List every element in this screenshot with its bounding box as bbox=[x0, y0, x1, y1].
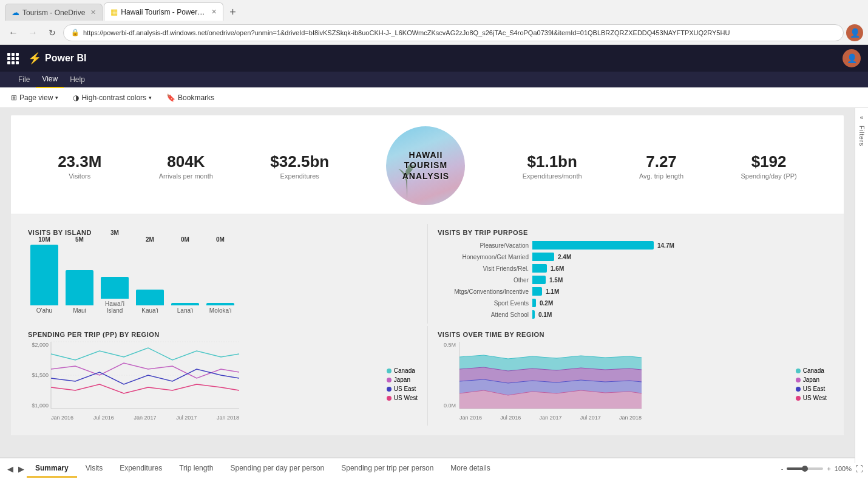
kpi-arrivals-value: 804K bbox=[159, 152, 213, 171]
page-view-label: Page view bbox=[19, 93, 53, 102]
hbar-other-fill bbox=[532, 276, 546, 284]
visits-purpose-title: VISITS BY TRIP PURPOSE bbox=[438, 229, 827, 236]
bar-lanai-label-top: 0M bbox=[181, 236, 189, 243]
visits-by-island-panel: VISITS BY ISLAND 10M O'ahu 5M Maui bbox=[23, 224, 427, 324]
ribbon: ⊞ Page view ▾ ◑ High-contrast colors ▾ 🔖… bbox=[0, 87, 868, 108]
page-view-btn[interactable]: ⊞ Page view ▾ bbox=[7, 91, 62, 104]
dashboard-card: 23.3M Visitors 804K Arrivals per month $… bbox=[11, 115, 844, 435]
menu-view[interactable]: View bbox=[36, 71, 64, 88]
bar-kauai-fill bbox=[136, 290, 164, 305]
chevron-left-icon: « bbox=[860, 114, 864, 121]
powerbi-app-name: Power BI bbox=[45, 53, 86, 64]
hbar-pleasure: Pleasure/Vacation 14.7M bbox=[438, 241, 827, 250]
profile-button[interactable]: 👤 bbox=[846, 24, 863, 41]
visits-island-chart: 10M O'ahu 5M Maui 3M Hawai'iIslan bbox=[28, 241, 418, 314]
powerbi-logo-icon: ⚡ bbox=[28, 52, 41, 65]
logo-text: HAWAII TOURISM ANALYSIS bbox=[402, 150, 450, 182]
menu-file[interactable]: File bbox=[12, 72, 36, 87]
bar-molokai-fill bbox=[206, 303, 234, 305]
bookmarks-btn[interactable]: 🔖 Bookmarks bbox=[163, 91, 218, 104]
hbar-school-value: 0.1M bbox=[538, 311, 552, 318]
kpi-spending-day-value: $192 bbox=[741, 152, 796, 171]
contrast-btn[interactable]: ◑ High-contrast colors ▾ bbox=[69, 91, 155, 104]
spending-trip-chart: $2,000 $1,500 $1,000 bbox=[28, 342, 382, 421]
tab-spending-day[interactable]: Spending per day per person bbox=[222, 460, 333, 464]
charts-area: VISITS BY ISLAND 10M O'ahu 5M Maui bbox=[11, 214, 844, 435]
hbar-pleasure-label: Pleasure/Vacation bbox=[438, 242, 529, 249]
legend-canada: Canada bbox=[387, 367, 418, 374]
hbar-mtgs-label: Mtgs/Conventions/Incentive bbox=[438, 288, 529, 295]
filters-label: Filters bbox=[858, 126, 865, 146]
hbar-sports-value: 0.2M bbox=[540, 300, 553, 307]
forward-button[interactable]: → bbox=[24, 24, 41, 41]
h-bar-chart: Pleasure/Vacation 14.7M Honeymoon/Get Ma… bbox=[438, 241, 827, 319]
kpi-exp-month-label: Expenditures/month bbox=[523, 172, 582, 180]
content-area: 23.3M Visitors 804K Arrivals per month $… bbox=[0, 108, 855, 463]
contrast-icon: ◑ bbox=[73, 93, 79, 102]
spending-trip-panel: SPENDING PER TRIP (PP) BY REGION $2,000 … bbox=[23, 326, 427, 426]
new-tab-button[interactable]: + bbox=[225, 4, 241, 21]
bar-oahu: 10M O'ahu bbox=[30, 236, 58, 314]
hbar-sports-label: Sport Events bbox=[438, 300, 529, 307]
bar-hawaii: 3M Hawai'iIsland bbox=[101, 229, 129, 314]
kpi-exp-value: $32.5bn bbox=[270, 152, 329, 171]
contrast-chevron: ▾ bbox=[149, 95, 152, 101]
bar-hawaii-fill bbox=[101, 277, 129, 299]
hbar-honeymoon-value: 2.4M bbox=[558, 254, 571, 260]
bar-maui-label-top: 5M bbox=[75, 236, 84, 243]
bar-lanai: 0M Lana'i bbox=[171, 236, 199, 314]
page-view-icon: ⊞ bbox=[11, 93, 17, 102]
hbar-school: Attend School 0.1M bbox=[438, 310, 827, 319]
kpi-exp-label: Expenditures bbox=[270, 172, 329, 180]
bottom-tabs-bar: ◀ ▶ Summary Visits Expenditures Trip len… bbox=[0, 457, 868, 463]
user-avatar[interactable]: 👤 bbox=[843, 49, 861, 67]
kpi-visitors-value: 23.3M bbox=[58, 152, 101, 171]
bar-hawaii-label: Hawai'iIsland bbox=[105, 301, 124, 314]
hawaii-logo: HAWAII TOURISM ANALYSIS bbox=[386, 126, 465, 205]
menu-help[interactable]: Help bbox=[64, 72, 91, 87]
powerbi-app-bar: ⚡ Power BI 👤 bbox=[0, 45, 868, 72]
hbar-sports: Sport Events 0.2M bbox=[438, 299, 827, 307]
address-bar[interactable]: 🔒 https://powerbi-df.analysis-df.windows… bbox=[63, 24, 844, 41]
hbar-friends-fill bbox=[532, 264, 547, 273]
contrast-label: High-contrast colors bbox=[81, 93, 146, 102]
kpi-exp-month-value: $1.1bn bbox=[523, 152, 582, 171]
page-view-chevron: ▾ bbox=[55, 95, 58, 101]
filters-sidebar[interactable]: « Filters bbox=[855, 108, 868, 463]
tab2-label: Hawaii Tourism - Power BI bbox=[121, 8, 206, 16]
legend-us-east: US East bbox=[387, 386, 418, 392]
bar-hawaii-label-top: 3M bbox=[110, 229, 119, 236]
hbar-school-fill bbox=[532, 310, 535, 319]
bar-molokai-label-top: 0M bbox=[216, 236, 225, 243]
hbar-mtgs-fill bbox=[532, 287, 542, 296]
tab-summary[interactable]: Summary bbox=[27, 460, 77, 464]
tab-more-details[interactable]: More details bbox=[442, 460, 498, 464]
tab-tourism-onedrive[interactable]: ☁ Tourism - OneDrive ✕ bbox=[5, 4, 103, 21]
refresh-button[interactable]: ↻ bbox=[44, 24, 61, 41]
browser-chrome: ☁ Tourism - OneDrive ✕ ▦ Hawaii Tourism … bbox=[0, 0, 868, 45]
apps-grid-icon[interactable] bbox=[7, 53, 18, 64]
onedrive-icon: ☁ bbox=[12, 8, 19, 17]
back-button[interactable]: ← bbox=[5, 24, 22, 41]
hbar-honeymoon-fill bbox=[532, 253, 554, 261]
tab-trip-length[interactable]: Trip length bbox=[171, 460, 222, 464]
tab-hawaii-powerbi[interactable]: ▦ Hawaii Tourism - Power BI ✕ bbox=[104, 2, 223, 21]
tab-spending-trip[interactable]: Spending per trip per person bbox=[333, 460, 442, 464]
kpi-visitors: 23.3M Visitors bbox=[58, 152, 101, 180]
hbar-honeymoon-label: Honeymoon/Get Married bbox=[438, 254, 529, 260]
bookmark-icon: 🔖 bbox=[166, 93, 175, 102]
tab-expenditures[interactable]: Expenditures bbox=[111, 460, 171, 464]
bar-maui-fill bbox=[66, 270, 93, 305]
vot-legend-us-west: US West bbox=[796, 395, 827, 401]
bar-maui: 5M Maui bbox=[66, 236, 93, 314]
kpi-trip-length-label: Avg. trip length bbox=[639, 172, 683, 180]
bar-lanai-label: Lana'i bbox=[177, 307, 193, 314]
hbar-pleasure-value: 14.7M bbox=[657, 242, 674, 249]
visits-time-legend: Canada Japan US East US West bbox=[796, 342, 827, 421]
vot-legend-us-east: US East bbox=[796, 386, 827, 392]
tab1-close[interactable]: ✕ bbox=[90, 8, 96, 16]
kpi-spending-day-label: Spending/day (PP) bbox=[741, 172, 796, 180]
tab2-close[interactable]: ✕ bbox=[211, 8, 217, 16]
bar-oahu-fill bbox=[30, 245, 58, 305]
tab-visits[interactable]: Visits bbox=[77, 460, 111, 464]
